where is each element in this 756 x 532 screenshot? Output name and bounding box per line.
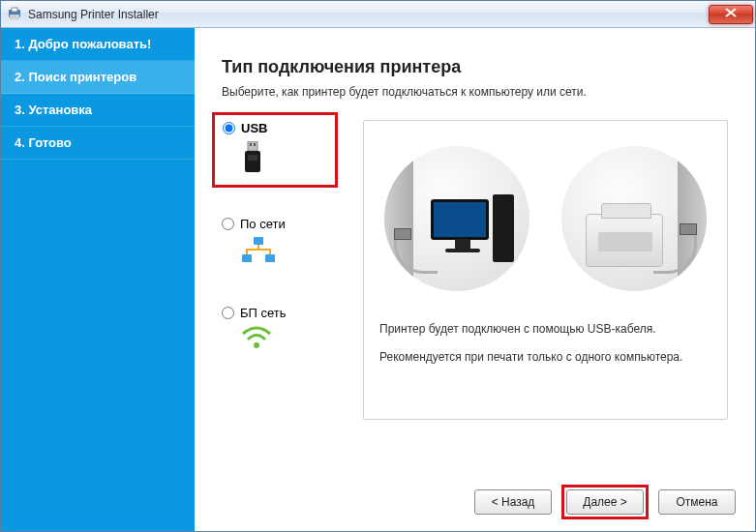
svg-rect-6 [245, 151, 260, 172]
detail-line-2: Рекомендуется при печати только с одного… [379, 348, 711, 367]
titlebar[interactable]: Samsung Printer Installer [1, 1, 755, 28]
step-done[interactable]: 4. Готово [1, 127, 195, 160]
svg-rect-2 [12, 8, 17, 12]
page-subtext: Выберите, как принтер будет подключаться… [222, 85, 728, 99]
label-network: По сети [240, 217, 286, 231]
next-button[interactable]: Далее > [566, 489, 644, 515]
option-wireless[interactable]: БП сеть [222, 306, 338, 352]
svg-rect-9 [242, 254, 252, 262]
svg-rect-7 [248, 155, 257, 161]
cancel-button[interactable]: Отмена [658, 489, 736, 515]
back-button[interactable]: < Назад [474, 489, 552, 515]
connection-illustration [379, 136, 711, 310]
detail-text: Принтер будет подключен с помощью USB-ка… [379, 320, 711, 367]
connection-options: USB [222, 120, 338, 420]
step-install[interactable]: 3. Установка [1, 94, 195, 127]
content-row: USB [222, 120, 728, 420]
svg-rect-3 [248, 141, 257, 151]
page-heading: Тип подключения принтера [222, 57, 728, 77]
detail-panel: Принтер будет подключен с помощью USB-ка… [363, 120, 728, 420]
label-usb: USB [241, 121, 267, 135]
window-title: Samsung Printer Installer [28, 8, 707, 21]
svg-rect-8 [254, 237, 263, 245]
printer-graphic [561, 146, 707, 291]
svg-rect-5 [254, 143, 256, 146]
window-buttons [707, 5, 753, 24]
step-welcome[interactable]: 1. Добро пожаловать! [1, 28, 195, 61]
wifi-icon [241, 326, 338, 352]
option-usb[interactable]: USB [212, 112, 338, 188]
wizard-sidebar: 1. Добро пожаловать! 2. Поиск принтеров … [1, 28, 195, 531]
label-wireless: БП сеть [240, 306, 287, 320]
close-button[interactable] [709, 5, 753, 24]
client-area: 1. Добро пожаловать! 2. Поиск принтеров … [1, 28, 755, 531]
radio-network[interactable] [222, 218, 234, 230]
svg-rect-1 [10, 15, 19, 19]
main-panel: Тип подключения принтера Выберите, как п… [195, 28, 755, 531]
usb-icon [242, 141, 327, 177]
step-search-printers[interactable]: 2. Поиск принтеров [1, 61, 195, 94]
radio-usb[interactable] [223, 122, 235, 134]
computer-graphic [384, 146, 529, 291]
app-icon [7, 7, 22, 22]
footer-buttons: < Назад Далее > Отмена [474, 485, 736, 519]
installer-window: Samsung Printer Installer 1. Добро пожал… [0, 0, 756, 532]
detail-line-1: Принтер будет подключен с помощью USB-ка… [379, 320, 711, 339]
svg-rect-4 [250, 143, 252, 146]
network-icon [241, 237, 338, 267]
svg-rect-10 [265, 254, 275, 262]
radio-wireless[interactable] [222, 307, 234, 319]
svg-point-11 [254, 342, 259, 348]
option-network[interactable]: По сети [222, 217, 338, 267]
